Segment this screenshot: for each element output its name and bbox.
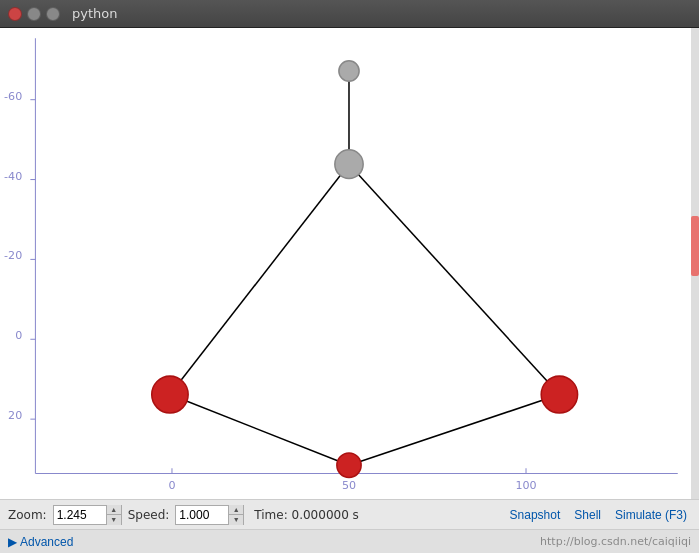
svg-text:0: 0 xyxy=(15,329,22,342)
zoom-input-wrap: ▲ ▼ xyxy=(53,505,122,525)
speed-label: Speed: xyxy=(128,508,170,522)
toolbar: Zoom: ▲ ▼ Speed: ▲ ▼ Time: 0.000000 s Sn… xyxy=(0,499,699,529)
speed-input[interactable] xyxy=(176,506,228,524)
window-content: -60 -40 -20 0 20 0 50 100 xyxy=(0,28,699,553)
node-top-gray[interactable] xyxy=(339,61,359,81)
svg-text:-40: -40 xyxy=(4,169,22,182)
close-button[interactable] xyxy=(8,7,22,21)
plot-area: -60 -40 -20 0 20 0 50 100 xyxy=(0,28,699,499)
svg-text:100: 100 xyxy=(515,479,536,492)
zoom-up-button[interactable]: ▲ xyxy=(107,505,121,515)
status-bar: ▶ Advanced http://blog.csdn.net/caiqiiqi xyxy=(0,529,699,553)
advanced-label: Advanced xyxy=(20,535,73,549)
shell-button[interactable]: Shell xyxy=(570,508,605,522)
speed-input-wrap: ▲ ▼ xyxy=(175,505,244,525)
speed-up-button[interactable]: ▲ xyxy=(229,505,243,515)
snapshot-button[interactable]: Snapshot xyxy=(506,508,565,522)
svg-text:-60: -60 xyxy=(4,90,22,103)
svg-text:20: 20 xyxy=(8,409,22,422)
minimize-button[interactable] xyxy=(27,7,41,21)
svg-text:-20: -20 xyxy=(4,249,22,262)
plot-svg: -60 -40 -20 0 20 0 50 100 xyxy=(0,28,699,499)
node-bottom-red[interactable] xyxy=(337,453,361,478)
triangle-right-icon: ▶ xyxy=(8,535,17,549)
scrollbar-track xyxy=(691,28,699,499)
simulate-button[interactable]: Simulate (F3) xyxy=(611,508,691,522)
node-right-red[interactable] xyxy=(541,376,577,413)
zoom-down-button[interactable]: ▼ xyxy=(107,515,121,525)
svg-text:50: 50 xyxy=(342,479,356,492)
node-left-red[interactable] xyxy=(152,376,188,413)
window-controls xyxy=(8,7,60,21)
svg-text:0: 0 xyxy=(168,479,175,492)
speed-spinners: ▲ ▼ xyxy=(228,505,243,525)
window-title: python xyxy=(72,6,117,21)
scrollbar-thumb[interactable] xyxy=(691,216,699,276)
title-bar: python xyxy=(0,0,699,28)
time-display: Time: 0.000000 s xyxy=(254,508,359,522)
speed-down-button[interactable]: ▼ xyxy=(229,515,243,525)
url-display: http://blog.csdn.net/caiqiiqi xyxy=(540,535,691,548)
zoom-input[interactable] xyxy=(54,506,106,524)
zoom-label: Zoom: xyxy=(8,508,47,522)
advanced-button[interactable]: ▶ Advanced xyxy=(8,535,73,549)
maximize-button[interactable] xyxy=(46,7,60,21)
zoom-spinners: ▲ ▼ xyxy=(106,505,121,525)
node-middle-gray[interactable] xyxy=(335,150,363,179)
